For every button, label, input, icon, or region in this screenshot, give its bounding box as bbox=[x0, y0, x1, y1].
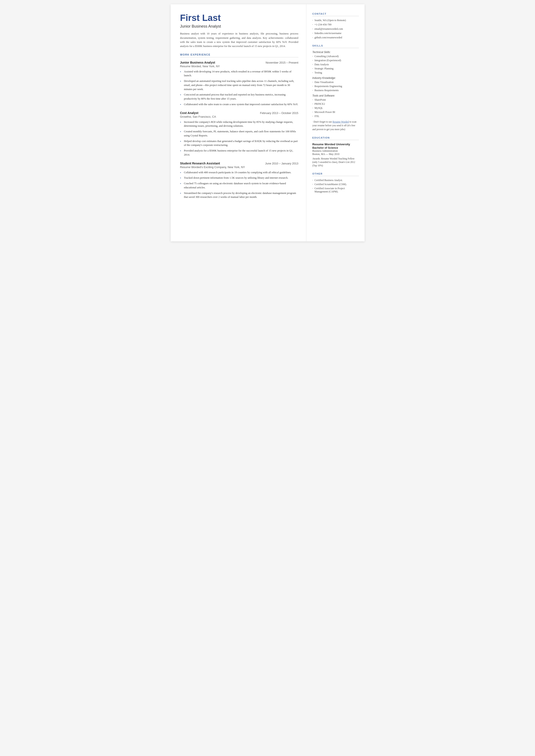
right-column: CONTACT Seattle, WA (Open to Remote) +1-… bbox=[306, 4, 365, 241]
skills-section: SKILLS Technical Skills: Consulting (Adv… bbox=[312, 44, 359, 131]
edu-school: Resume Worded University bbox=[312, 143, 359, 146]
job-title-3: Student Research Assistant bbox=[180, 162, 220, 165]
job-dates-3: June 2010 – January 2013 bbox=[265, 162, 298, 165]
contact-item-4: github.com/resumeworded bbox=[312, 36, 359, 39]
job-bullets-2: Increased the company's ROI while reduci… bbox=[180, 120, 298, 157]
job-block-1: Junior Business Analyst November 2015 – … bbox=[180, 61, 298, 106]
tools-skills-list: SharePoint PRINCE2 MySQL Microsoft Power… bbox=[312, 98, 359, 118]
resume-worded-link[interactable]: Resume Worded bbox=[332, 121, 349, 123]
skills-header: SKILLS bbox=[312, 44, 359, 48]
skill-tool-0: SharePoint bbox=[312, 98, 359, 101]
other-list: Certified Business Analyst. Certified Sc… bbox=[312, 179, 359, 193]
technical-skills-label: Technical Skills: bbox=[312, 51, 359, 54]
job-company-3: Resume Worded's Exciting Company, New Yo… bbox=[180, 165, 298, 169]
skill-tech-0: Consulting (Advanced) bbox=[312, 55, 359, 58]
left-column: First Last Junior Business Analyst Busin… bbox=[171, 4, 306, 241]
education-header: EDUCATION bbox=[312, 136, 359, 140]
bullet-3-1: Collaborated with 400 research participa… bbox=[180, 170, 298, 175]
edu-degree: Bachelor of Science bbox=[312, 146, 359, 149]
job-company-1: Resume Worded, New York, NY bbox=[180, 65, 298, 68]
bullet-1-1: Assisted with developing 14 new products… bbox=[180, 70, 298, 78]
job-bullets-1: Assisted with developing 14 new products… bbox=[180, 70, 298, 106]
job-header-2: Cost Analyst February 2013 – October 201… bbox=[180, 111, 298, 115]
job-block-2: Cost Analyst February 2013 – October 201… bbox=[180, 111, 298, 157]
job-title-1: Junior Business Analyst bbox=[180, 61, 215, 64]
skill-tech-4: Testing bbox=[312, 71, 359, 74]
skill-tool-4: ITIL bbox=[312, 115, 359, 118]
job-block-3: Student Research Assistant June 2010 – J… bbox=[180, 162, 298, 199]
contact-header: CONTACT bbox=[312, 13, 359, 16]
bullet-1-2: Developed an automated reporting tool tr… bbox=[180, 79, 298, 91]
candidate-title: Junior Business Analyst bbox=[180, 24, 298, 29]
bullet-1-3: Concocted an automated process that trac… bbox=[180, 93, 298, 101]
contact-item-2: email@resumeworded.com bbox=[312, 27, 359, 31]
skill-ind-2: Business Requirements bbox=[312, 89, 359, 92]
skill-tech-1: Integration (Experienced) bbox=[312, 59, 359, 62]
bullet-3-4: Streamlined the company's research proce… bbox=[180, 191, 298, 199]
skill-ind-1: Requirements Engineering bbox=[312, 85, 359, 88]
other-item-2: Certified Associate in Project Managemen… bbox=[312, 187, 359, 193]
contact-item-0: Seattle, WA (Open to Remote) bbox=[312, 19, 359, 22]
candidate-summary: Business analyst with 10 years of experi… bbox=[180, 32, 298, 48]
skill-ind-0: Data Visualization bbox=[312, 81, 359, 84]
promo-text: · Don't forget to use Resume Worded to s… bbox=[312, 120, 359, 131]
contact-section: CONTACT Seattle, WA (Open to Remote) +1-… bbox=[312, 13, 359, 39]
edu-location: Boston, MA — May 2010 bbox=[312, 153, 359, 156]
job-title-2: Cost Analyst bbox=[180, 111, 198, 115]
skill-tool-3: Microsoft Power BI bbox=[312, 111, 359, 114]
other-item-0: Certified Business Analyst. bbox=[312, 179, 359, 182]
skill-tech-3: Strategic Planning bbox=[312, 67, 359, 70]
other-header: OTHER bbox=[312, 172, 359, 176]
skill-tool-2: MySQL bbox=[312, 106, 359, 110]
bullet-2-3: Helped develop cost estimates that gener… bbox=[180, 139, 298, 147]
other-item-1: Certified ScrumMaster (CSM). bbox=[312, 183, 359, 186]
contact-item-1: +1-234-456-789 bbox=[312, 23, 359, 26]
resume-container: First Last Junior Business Analyst Busin… bbox=[171, 4, 365, 241]
job-company-2: Growthsi, San Francisco, CA bbox=[180, 115, 298, 118]
bullet-2-4: Provided analysis for a $500K business e… bbox=[180, 149, 298, 157]
candidate-name: First Last bbox=[180, 13, 298, 23]
contact-list: Seattle, WA (Open to Remote) +1-234-456-… bbox=[312, 19, 359, 39]
bullet-3-3: Coached 75 colleagues on using an electr… bbox=[180, 182, 298, 190]
contact-item-3: linkedin.com/in/username bbox=[312, 32, 359, 35]
education-section: EDUCATION Resume Worded University Bache… bbox=[312, 136, 359, 167]
bullet-1-4: Collaborated with the sales team to crea… bbox=[180, 102, 298, 106]
skill-tool-1: PRINCE2 bbox=[312, 102, 359, 106]
bullet-2-2: Created monthly forecasts, PL statements… bbox=[180, 129, 298, 138]
job-bullets-3: Collaborated with 400 research participa… bbox=[180, 170, 298, 199]
work-experience-header: WORK EXPERIENCE bbox=[180, 53, 298, 57]
bullet-3-2: Tracked down pertinent information from … bbox=[180, 176, 298, 180]
industry-skills-label: Industry Knowledge: bbox=[312, 76, 359, 79]
technical-skills-list: Consulting (Advanced) Integration (Exper… bbox=[312, 55, 359, 74]
tools-skills-label: Tools and Software: bbox=[312, 94, 359, 97]
bullet-2-1: Increased the company's ROI while reduci… bbox=[180, 120, 298, 128]
job-dates-1: November 2015 – Present bbox=[266, 61, 298, 64]
other-section: OTHER Certified Business Analyst. Certif… bbox=[312, 172, 359, 193]
industry-skills-list: Data Visualization Requirements Engineer… bbox=[312, 81, 359, 92]
job-header-3: Student Research Assistant June 2010 – J… bbox=[180, 162, 298, 165]
job-dates-2: February 2013 – October 2015 bbox=[260, 111, 298, 115]
skill-tech-2: Data Analysis bbox=[312, 63, 359, 66]
edu-awards: Awards: Resume Worded Teaching Fellow (o… bbox=[312, 157, 359, 167]
job-header-1: Junior Business Analyst November 2015 – … bbox=[180, 61, 298, 64]
edu-field: Business Administration bbox=[312, 149, 359, 153]
